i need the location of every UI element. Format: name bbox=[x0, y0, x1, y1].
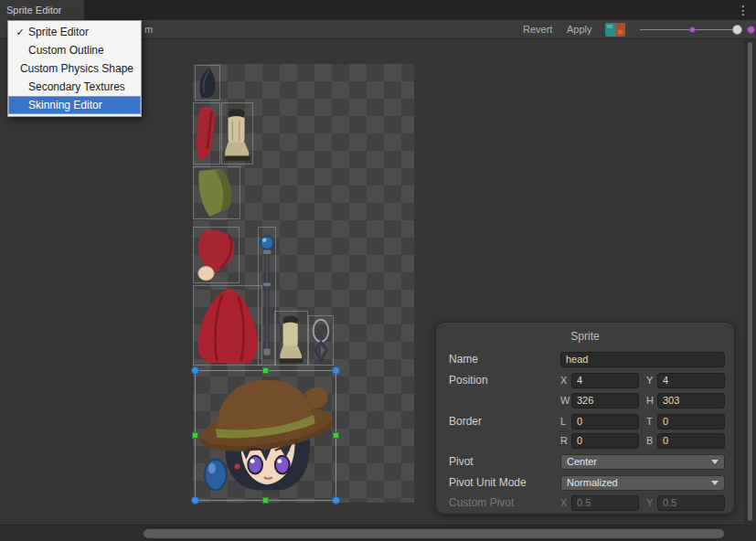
r-field-label: R bbox=[560, 435, 571, 446]
zoom-slider[interactable] bbox=[640, 20, 742, 39]
y-field-label: Y bbox=[646, 375, 657, 386]
pivot-value: Center bbox=[567, 456, 711, 467]
editor-mode-menu: ✓ Sprite Editor Custom Outline Custom Ph… bbox=[7, 20, 142, 117]
sprite-rect-boot-1[interactable] bbox=[221, 102, 253, 164]
menu-item-secondary-textures[interactable]: Secondary Textures bbox=[8, 78, 141, 96]
selection-handle-bottom-left[interactable] bbox=[191, 496, 199, 504]
pivot-unit-mode-label: Pivot Unit Mode bbox=[449, 476, 560, 489]
l-field-label: L bbox=[560, 416, 571, 427]
selection-handle-bottom-center[interactable] bbox=[262, 497, 269, 504]
name-row: Name bbox=[449, 351, 725, 367]
kebab-menu-icon[interactable]: ⋮ bbox=[736, 2, 751, 18]
sprite-rect-head-selected[interactable] bbox=[195, 370, 336, 501]
position-x-input[interactable] bbox=[571, 373, 639, 388]
custom-pivot-x-input bbox=[571, 495, 639, 511]
sprite-rect-robe[interactable] bbox=[193, 285, 262, 366]
panel-title: Sprite bbox=[436, 330, 734, 343]
b-field-label: B bbox=[646, 435, 657, 446]
position-h-input[interactable] bbox=[657, 393, 725, 408]
position-xy-row: Position X Y bbox=[449, 372, 725, 388]
pivot-unit-mode-row: Pivot Unit Mode Normalized bbox=[449, 474, 725, 491]
name-input[interactable] bbox=[560, 352, 725, 367]
chevron-down-icon bbox=[711, 460, 719, 464]
menu-item-label: Custom Outline bbox=[28, 41, 104, 59]
scrollbar-corner bbox=[744, 525, 756, 541]
sprite-rect-amulet[interactable] bbox=[308, 315, 334, 366]
border-lt-row: Border L T bbox=[449, 413, 725, 430]
border-l-input[interactable] bbox=[571, 414, 639, 430]
custom-pivot-row: Custom Pivot X Y bbox=[449, 494, 725, 511]
selection-handle-middle-right[interactable] bbox=[333, 432, 339, 439]
position-wh-row: W H bbox=[449, 392, 725, 408]
name-label: Name bbox=[449, 353, 560, 366]
selection-handle-top-left[interactable] bbox=[191, 366, 199, 375]
t-field-label: T bbox=[646, 416, 657, 427]
trim-button-partial[interactable]: m bbox=[144, 20, 153, 38]
menu-item-label: Custom Physics Shape bbox=[20, 59, 133, 78]
vertical-scrollbar-thumb[interactable] bbox=[748, 42, 752, 521]
menu-item-custom-outline[interactable]: Custom Outline bbox=[8, 41, 141, 59]
apply-button[interactable]: Apply bbox=[561, 20, 598, 38]
menu-item-sprite-editor[interactable]: ✓ Sprite Editor bbox=[8, 23, 141, 41]
x-field-label: X bbox=[560, 375, 571, 386]
border-label: Border bbox=[449, 415, 560, 428]
selection-handle-middle-left[interactable] bbox=[192, 432, 198, 439]
position-label: Position bbox=[449, 374, 560, 387]
position-y-input[interactable] bbox=[657, 373, 725, 388]
custom-pivot-label: Custom Pivot bbox=[449, 496, 560, 509]
sprite-editor-window: Sprite Editor ⋮ m Revert Apply ✓ Sprite … bbox=[0, 0, 756, 541]
revert-button[interactable]: Revert bbox=[517, 20, 558, 38]
window-tab[interactable]: Sprite Editor bbox=[0, 0, 84, 20]
checkmark-icon: ✓ bbox=[14, 23, 27, 41]
pivot-label: Pivot bbox=[449, 455, 560, 468]
custom-pivot-y-input bbox=[657, 495, 725, 511]
h-field-label: H bbox=[646, 395, 657, 406]
border-b-input[interactable] bbox=[657, 433, 725, 449]
vertical-scrollbar[interactable] bbox=[744, 39, 756, 525]
menu-item-custom-physics-shape[interactable]: Custom Physics Shape bbox=[8, 59, 141, 78]
custom-pivot-x-label: X bbox=[560, 497, 571, 508]
menu-item-label: Skinning Editor bbox=[28, 96, 102, 114]
sprite-rect-boot-2[interactable] bbox=[274, 311, 308, 366]
border-r-input[interactable] bbox=[571, 433, 639, 449]
horizontal-scrollbar[interactable] bbox=[0, 525, 744, 541]
selection-handle-top-center[interactable] bbox=[262, 367, 269, 374]
sprite-inspector-panel: Sprite Name Position X Y W H Border L T bbox=[435, 322, 735, 514]
border-rb-row: R B bbox=[449, 432, 725, 449]
slider-purple-marker-icon bbox=[689, 27, 696, 33]
rgb-alpha-toggle-icon[interactable] bbox=[605, 23, 625, 37]
menu-item-label: Sprite Editor bbox=[28, 23, 89, 41]
title-bar: Sprite Editor ⋮ bbox=[0, 0, 756, 20]
sprite-rect-sleeve[interactable] bbox=[193, 227, 240, 283]
horizontal-scrollbar-thumb[interactable] bbox=[144, 529, 724, 538]
pivot-dropdown[interactable]: Center bbox=[560, 454, 725, 470]
w-field-label: W bbox=[560, 395, 571, 406]
selection-handle-top-right[interactable] bbox=[332, 366, 340, 375]
window-title: Sprite Editor bbox=[6, 5, 62, 16]
purple-gem-icon[interactable] bbox=[747, 26, 755, 34]
menu-item-label: Secondary Textures bbox=[28, 78, 125, 96]
pivot-unit-mode-dropdown[interactable]: Normalized bbox=[560, 475, 725, 491]
zoom-slider-knob[interactable] bbox=[732, 25, 742, 35]
menu-item-skinning-editor[interactable]: Skinning Editor bbox=[8, 96, 141, 114]
border-t-input[interactable] bbox=[657, 414, 725, 430]
custom-pivot-y-label: Y bbox=[646, 497, 657, 508]
pivot-unit-mode-value: Normalized bbox=[567, 477, 711, 488]
sprite-rect-arm[interactable] bbox=[193, 102, 220, 164]
texture-checkerboard[interactable] bbox=[193, 64, 414, 503]
chevron-down-icon bbox=[711, 481, 719, 485]
sprite-rect-hat-tip[interactable] bbox=[195, 65, 220, 101]
sprite-rect-scarf[interactable] bbox=[193, 166, 240, 219]
position-w-input[interactable] bbox=[571, 393, 639, 408]
pivot-row: Pivot Center bbox=[449, 453, 725, 470]
selection-handle-bottom-right[interactable] bbox=[332, 496, 340, 504]
